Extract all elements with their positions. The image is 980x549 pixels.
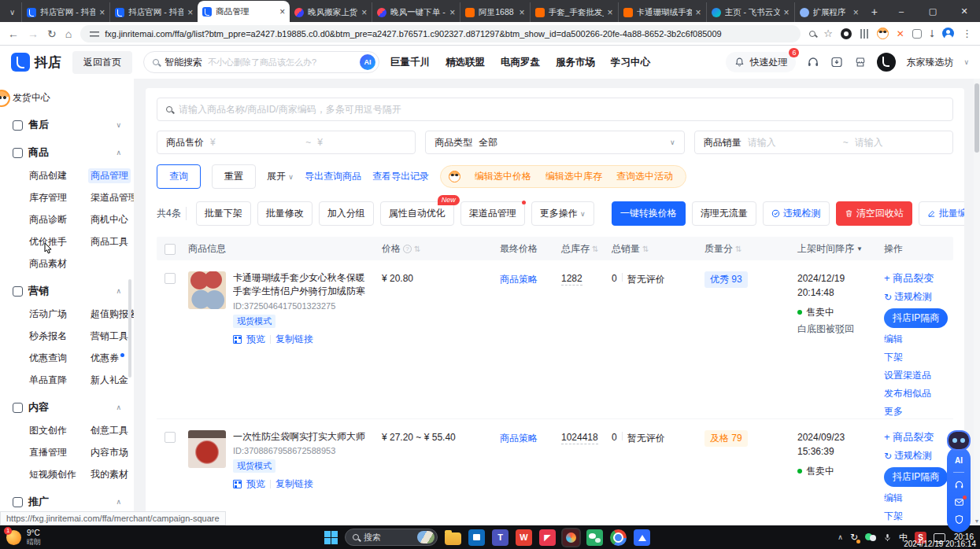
browser-tab[interactable]: 晚风一键下单 - 安×	[372, 2, 460, 22]
sidebar-section-header[interactable]: 推广∧	[13, 495, 121, 509]
sidebar-item[interactable]: 商品管理	[88, 168, 131, 183]
product-title[interactable]: 卡通珊瑚绒手套少女心秋冬保暖手套学生情侣户外骑行加绒防寒手套	[233, 271, 371, 299]
red-app-icon[interactable]: ◤	[539, 529, 556, 546]
wps-icon[interactable]: W	[516, 529, 532, 546]
sidebar-section-header[interactable]: 内容∧	[13, 400, 121, 415]
product-search-box[interactable]	[157, 98, 953, 121]
fission-link[interactable]: + 商品裂变	[884, 271, 953, 286]
violation-check-button[interactable]: 违规检测	[763, 201, 830, 226]
sidebar-section-header[interactable]: 售后∨	[13, 118, 121, 132]
op-link[interactable]: 更多	[884, 405, 953, 418]
reload-icon[interactable]: ↻	[47, 28, 57, 40]
clear-recycle-button[interactable]: 清空回收站	[836, 201, 912, 226]
header-nav-item[interactable]: 精选联盟	[446, 56, 485, 69]
op-link[interactable]: 下架	[884, 351, 953, 364]
browser-tab[interactable]: 晚风搬家上货×	[290, 2, 372, 22]
sidebar-item[interactable]: 商品诊断	[29, 213, 67, 227]
col-price[interactable]: 价格?⇅	[382, 242, 500, 256]
tab-close-icon[interactable]: ×	[279, 6, 285, 17]
green-dots-tray-icon[interactable]	[865, 533, 876, 541]
sidebar-item[interactable]: 商机中心	[91, 213, 128, 227]
sidebar-section-header[interactable]: 商品∧	[13, 146, 121, 160]
weather-widget[interactable]: 1 9°C 晴朗	[6, 529, 41, 546]
sidebar-item[interactable]: 优惠查询	[29, 352, 67, 365]
mountain-app-icon[interactable]	[634, 529, 650, 546]
price-strategy-link[interactable]: 商品策略	[500, 433, 538, 444]
header-nav-item[interactable]: 服务市场	[556, 56, 595, 69]
product-type-select[interactable]: 商品类型 全部 ∨	[425, 131, 684, 154]
sidebar-item[interactable]: 我的素材	[91, 468, 128, 481]
bookmark-star-icon[interactable]: ☆	[823, 28, 833, 39]
shield-icon[interactable]	[954, 514, 964, 525]
ai-search-button[interactable]: AI	[360, 54, 375, 70]
sync-tray-icon[interactable]: ↻	[850, 532, 858, 543]
page-scrollbar[interactable]: ▼	[974, 79, 980, 525]
op-link[interactable]: 编辑	[884, 492, 953, 505]
copy-link[interactable]: 复制链接	[276, 333, 313, 346]
export-goods-link[interactable]: 导出查询商品	[305, 170, 361, 183]
batch-modify-button[interactable]: 批量修改	[257, 201, 312, 226]
price-range-filter[interactable]: 商品售价 ¥ ~ ¥	[157, 131, 416, 154]
col-quality[interactable]: 质量分⇅	[704, 242, 797, 256]
query-button[interactable]: 查询	[157, 164, 201, 189]
extensions-puzzle-icon[interactable]	[912, 29, 922, 39]
sort-icon[interactable]: ⇅	[592, 245, 598, 253]
edit-selected-price-link[interactable]: 编辑选中价格	[475, 170, 531, 183]
browser-tab[interactable]: 抖店官网 - 抖音小×	[109, 2, 198, 22]
teams-icon[interactable]: T	[492, 529, 508, 546]
sidebar-item[interactable]: 短视频创作	[29, 468, 76, 481]
sidebar-item[interactable]: 优惠券	[91, 352, 124, 365]
back-home-button[interactable]: 返回首页	[72, 51, 132, 74]
tiger-extension-float-icon[interactable]	[0, 90, 10, 107]
qr-code-icon[interactable]	[233, 335, 242, 344]
attr-auto-optimize-button[interactable]: 属性自动优化New	[380, 201, 454, 226]
browser-tab[interactable]: 抖店官网 - 抖音小×	[21, 2, 109, 22]
op-link[interactable]: 发布相似品	[884, 387, 953, 400]
address-bar[interactable]: fxg.jinritemai.com/ffa/g/list?btm_ppre=a…	[80, 25, 801, 42]
price-strategy-link[interactable]: 商品策略	[500, 274, 538, 285]
sidebar-item[interactable]: 库存管理	[29, 191, 67, 204]
close-button[interactable]: ✕	[949, 6, 980, 17]
sidebar-item[interactable]: 创意工具	[91, 424, 128, 437]
tab-close-icon[interactable]: ×	[608, 7, 613, 18]
quality-score[interactable]: 及格 79	[704, 430, 748, 447]
op-link[interactable]: 编辑	[884, 333, 953, 346]
sidebar-item[interactable]: 超值购报名	[91, 308, 134, 321]
col-sales[interactable]: 总销量⇅	[612, 242, 704, 256]
doudian-logo[interactable]: 抖店	[11, 53, 61, 72]
reset-button[interactable]: 重置	[212, 164, 256, 189]
export-records-link[interactable]: 查看导出记录	[372, 170, 429, 183]
qr-code-icon[interactable]	[233, 480, 242, 488]
browser-tab[interactable]: 手套_手套批发_手×	[530, 2, 618, 22]
tab-close-icon[interactable]: ×	[99, 7, 105, 18]
op-link[interactable]: 设置渠道品	[884, 369, 953, 382]
headset-icon[interactable]	[954, 480, 964, 490]
tab-close-icon[interactable]: ×	[853, 7, 859, 18]
message-icon[interactable]	[954, 497, 964, 507]
sidebar-item[interactable]: 商品工具	[91, 235, 128, 249]
clean-no-traffic-button[interactable]: 清理无流量	[692, 201, 756, 226]
downloads-icon[interactable]: ⭣	[930, 28, 934, 40]
doudian-ip-button[interactable]: 抖店IP隔商	[884, 308, 948, 328]
download-center-icon[interactable]	[830, 56, 843, 69]
browser-tab[interactable]: 商品管理×	[198, 1, 290, 22]
browser-menu-icon[interactable]: ⋮	[962, 28, 972, 39]
browser-tab[interactable]: 扩展程序×	[794, 2, 864, 22]
fission-link[interactable]: + 商品裂变	[884, 430, 953, 444]
browser-tab[interactable]: 卡通珊瑚绒手套少×	[618, 2, 706, 22]
profile-icon[interactable]	[942, 28, 954, 39]
forward-icon[interactable]: →	[28, 28, 39, 40]
taskbar-search[interactable]: 搜索	[345, 529, 438, 546]
tab-close-icon[interactable]: ×	[696, 7, 701, 18]
sidebar-item[interactable]: 商品素材	[29, 257, 67, 271]
mic-icon[interactable]	[883, 532, 892, 543]
add-to-group-button[interactable]: 加入分组	[319, 201, 374, 226]
help-icon[interactable]: ?	[403, 245, 412, 253]
sidebar-item[interactable]: 活动广场	[29, 308, 67, 321]
quick-handle-button[interactable]: 快速处理 6	[726, 52, 796, 72]
tab-close-icon[interactable]: ×	[520, 7, 525, 18]
quality-score[interactable]: 优秀 93	[704, 271, 748, 288]
query-selected-activity-link[interactable]: 查询选中活动	[616, 170, 673, 183]
minimize-button[interactable]: –	[886, 6, 917, 16]
sidebar-item[interactable]: 秒杀报名	[29, 330, 67, 343]
